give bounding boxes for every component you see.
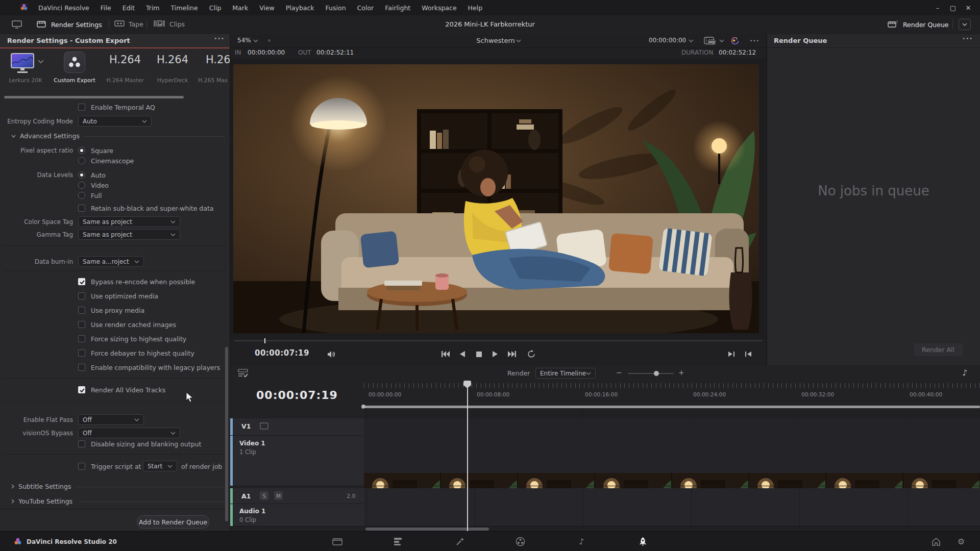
- dl-full-radio[interactable]: [78, 192, 85, 199]
- menu-color[interactable]: Color: [352, 4, 380, 12]
- force-sizing-checkbox[interactable]: [78, 335, 85, 342]
- project-manager-icon[interactable]: [930, 535, 942, 547]
- hq-chevron-icon[interactable]: [719, 39, 724, 42]
- zoom-slider-handle[interactable]: [654, 371, 659, 376]
- viewer-options-icon[interactable]: •••: [750, 38, 760, 43]
- viewer-scrub-bar[interactable]: [234, 340, 762, 341]
- loop-icon[interactable]: [526, 349, 536, 359]
- menu-fairlight[interactable]: Fairlight: [379, 4, 416, 12]
- render-queue-toggle-button[interactable]: Render Queue: [887, 19, 949, 30]
- data-burnin-dropdown[interactable]: Same a...roject: [78, 256, 144, 267]
- add-to-render-queue-button[interactable]: Add to Render Queue: [137, 515, 209, 529]
- edit-page-icon[interactable]: [393, 535, 405, 547]
- preset-hyperdeck-big[interactable]: H.264: [149, 54, 196, 66]
- preset-chevron-icon[interactable]: [38, 60, 44, 64]
- proxy-media-checkbox[interactable]: [78, 307, 85, 314]
- preset-custom-export[interactable]: Custom Export: [51, 77, 98, 84]
- hq-proxy-icon[interactable]: HQ: [704, 36, 716, 47]
- render-cached-checkbox[interactable]: [78, 321, 85, 328]
- fairlight-page-icon[interactable]: ♪: [575, 535, 587, 547]
- tape-button[interactable]: Tape: [114, 19, 143, 29]
- optimized-media-checkbox[interactable]: [78, 292, 85, 299]
- playhead-line[interactable]: [467, 382, 468, 531]
- render-all-button[interactable]: Render All: [914, 343, 963, 356]
- preset-h264-master-big[interactable]: H.264: [102, 54, 149, 66]
- render-job-list-icon[interactable]: [237, 369, 250, 380]
- auto-track-select-icon[interactable]: [260, 422, 268, 431]
- volume-icon[interactable]: [326, 349, 336, 359]
- window-maximize-button[interactable]: ▢: [945, 4, 961, 12]
- render-queue-dropdown-button[interactable]: [959, 19, 971, 30]
- play-icon[interactable]: [490, 349, 500, 359]
- preset-lerkurs-monitor-icon[interactable]: [9, 53, 36, 76]
- color-space-tag-dropdown[interactable]: Same as project: [78, 216, 180, 227]
- menu-edit[interactable]: Edit: [117, 4, 140, 12]
- audio-track-lane[interactable]: [364, 488, 980, 527]
- preset-hyperdeck[interactable]: HyperDeck: [149, 77, 196, 84]
- skip-start-icon[interactable]: [440, 349, 451, 359]
- preset-h265[interactable]: H.265 Mas: [198, 77, 230, 84]
- flat-pass-dropdown[interactable]: Off: [78, 414, 144, 425]
- viewer-timecode[interactable]: 00:00:00:00: [649, 37, 686, 44]
- youtube-settings-section[interactable]: YouTube Settings: [11, 497, 72, 505]
- preset-lerkurs[interactable]: Lerkurs 20K: [2, 77, 49, 84]
- fusion-page-icon[interactable]: [454, 535, 467, 547]
- par-cinemascope-radio[interactable]: [78, 157, 85, 164]
- timeline-zoom-slider[interactable]: [628, 373, 674, 374]
- presets-scrollbar[interactable]: [4, 96, 184, 98]
- preset-h264-master[interactable]: H.264 Master: [102, 77, 149, 84]
- zoom-out-icon[interactable]: −: [616, 368, 622, 377]
- menu-mark[interactable]: Mark: [227, 4, 254, 12]
- window-close-button[interactable]: ✕: [961, 4, 976, 12]
- force-debayer-checkbox[interactable]: [78, 349, 85, 357]
- menu-trim[interactable]: Trim: [140, 4, 165, 12]
- clip-selector-chevron-icon[interactable]: [516, 39, 521, 42]
- clip-selector[interactable]: Schwestern: [394, 37, 598, 44]
- video-track-header[interactable]: V1 Video 1 1 Clip: [230, 418, 364, 486]
- advanced-settings-section[interactable]: Advanced Settings: [11, 132, 80, 140]
- goto-out-icon[interactable]: [726, 349, 737, 359]
- visionos-dropdown[interactable]: Off: [78, 428, 180, 438]
- skip-end-icon[interactable]: [507, 349, 517, 359]
- menu-clip[interactable]: Clip: [204, 4, 227, 12]
- play-reverse-icon[interactable]: [457, 349, 468, 359]
- panel-options-icon[interactable]: •••: [214, 36, 225, 41]
- audio-mixer-icon[interactable]: ♪: [962, 368, 967, 378]
- menu-help[interactable]: Help: [462, 4, 488, 12]
- menu-fusion[interactable]: Fusion: [320, 4, 352, 12]
- solo-button[interactable]: S: [260, 491, 268, 500]
- project-settings-icon[interactable]: ⚙: [955, 535, 967, 547]
- entropy-dropdown[interactable]: Auto: [78, 116, 152, 127]
- color-page-icon[interactable]: [514, 535, 526, 547]
- menu-view[interactable]: View: [254, 4, 280, 12]
- temporal-aq-checkbox[interactable]: [78, 104, 85, 111]
- disable-sizing-checkbox[interactable]: [78, 440, 85, 447]
- timeline-ruler[interactable]: 00:00:07:19 00:00:00:00 00:00:08:00 00:0…: [230, 382, 980, 408]
- timeline-scrollbar[interactable]: [365, 528, 489, 531]
- menu-playback[interactable]: Playback: [280, 4, 320, 12]
- zoom-chevron-icon[interactable]: [253, 39, 258, 42]
- render-settings-button[interactable]: Render Settings: [37, 19, 102, 30]
- goto-in-icon[interactable]: [743, 349, 753, 359]
- preset-h265-big[interactable]: H.265: [198, 54, 230, 66]
- zoom-in-icon[interactable]: +: [678, 368, 684, 377]
- deliver-page-icon[interactable]: [636, 535, 649, 547]
- menu-workspace[interactable]: Workspace: [416, 4, 462, 12]
- legacy-players-checkbox[interactable]: [78, 364, 85, 371]
- dl-auto-radio[interactable]: [78, 171, 85, 179]
- preset-custom-export-icon[interactable]: [64, 52, 85, 73]
- render-all-tracks-checkbox[interactable]: [78, 386, 85, 393]
- menu-timeline[interactable]: Timeline: [165, 4, 204, 12]
- mute-button[interactable]: M: [274, 491, 283, 500]
- gamma-tag-dropdown[interactable]: Same as project: [78, 229, 180, 240]
- stop-icon[interactable]: [474, 349, 484, 359]
- settings-scrollbar[interactable]: [225, 347, 228, 521]
- retain-subblack-checkbox[interactable]: [78, 205, 85, 212]
- media-page-icon[interactable]: [331, 535, 344, 547]
- trigger-script-dropdown[interactable]: Start: [143, 461, 177, 471]
- menu-file[interactable]: File: [95, 4, 117, 12]
- window-minimize-button[interactable]: –: [930, 4, 945, 12]
- par-square-radio[interactable]: [78, 147, 85, 154]
- render-mode-dropdown[interactable]: Entire Timeline: [535, 368, 596, 379]
- render-queue-options-icon[interactable]: •••: [962, 36, 973, 41]
